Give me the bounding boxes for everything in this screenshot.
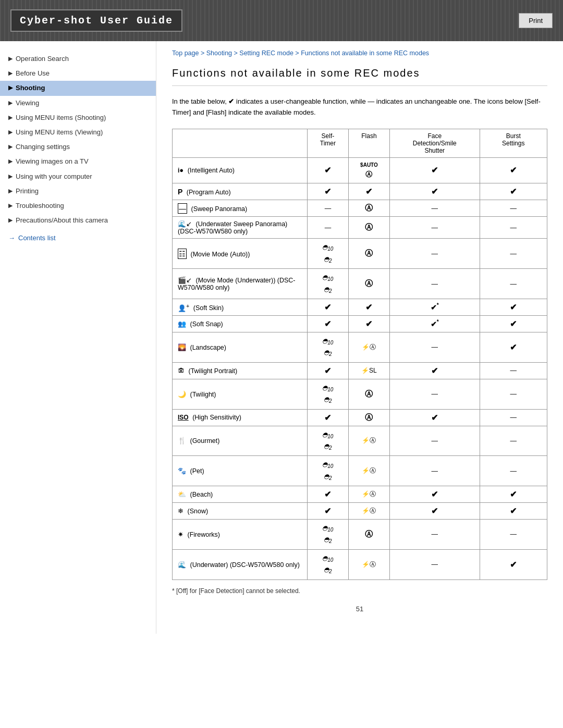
mode-icon-14: ⛅ [178, 491, 186, 498]
self-timer-cell-10: ◓10◓2 [307, 379, 348, 409]
self-timer-cell-15: ✔ [307, 503, 348, 520]
face-cell-11: ✔ [390, 409, 480, 426]
mode-cell-7: 👥 (Soft Snap) [173, 315, 308, 332]
mode-label-16: (Fireworks) [187, 531, 220, 538]
col-header-flash: Flash [348, 129, 389, 157]
mode-icon-13: 🐾 [178, 467, 186, 475]
self-timer-cell-1: ✔ [307, 183, 348, 200]
breadcrumb-top[interactable]: Top page [172, 50, 199, 57]
burst-cell-8: ✔ [480, 332, 547, 362]
flash-cell-15: ⚡Ⓐ [348, 503, 389, 520]
mode-cell-0: i● (Intelligent Auto) [173, 157, 308, 183]
sidebar-item-10[interactable]: ▶Troubleshooting [0, 199, 156, 213]
mode-label-5: (Movie Mode (Underwater)) (DSC-W570/W580… [178, 277, 296, 291]
flash-cell-4: Ⓐ [348, 239, 389, 269]
sidebar-item-label-6: Changing settings [16, 142, 70, 152]
table-row: ☷ (Movie Mode (Auto)) ◓10◓2 Ⓐ — — [173, 239, 547, 269]
mode-cell-14: ⛅ (Beach) [173, 486, 308, 503]
face-cell-5: — [390, 269, 480, 299]
mode-cell-4: ☷ (Movie Mode (Auto)) [173, 239, 308, 269]
mode-cell-1: P (Program Auto) [173, 183, 308, 200]
table-row: P (Program Auto) ✔ ✔ ✔ ✔ [173, 183, 547, 200]
face-cell-10: — [390, 379, 480, 409]
self-timer-cell-14: ✔ [307, 486, 348, 503]
face-cell-0: ✔ [390, 157, 480, 183]
print-button[interactable]: Print [519, 13, 553, 28]
sidebar-item-7[interactable]: ▶Viewing images on a TV [0, 154, 156, 169]
face-cell-12: — [390, 426, 480, 456]
burst-cell-4: — [480, 239, 547, 269]
mode-cell-3: 🌊↙ (Underwater Sweep Panorama) (DSC-W570… [173, 217, 308, 239]
mode-label-17: (Underwater) (DSC-W570/W580 only) [190, 561, 299, 569]
flash-cell-17: ⚡Ⓐ [348, 549, 389, 579]
mode-label-7: (Soft Snap) [190, 320, 223, 328]
mode-cell-9: 🏚 (Twilight Portrait) [173, 362, 308, 379]
burst-cell-1: ✔ [480, 183, 547, 200]
mode-icon-17: 🌊 [178, 561, 186, 569]
self-timer-cell-2: — [307, 200, 348, 217]
sidebar-arrow-icon-2: ▶ [8, 84, 13, 92]
sidebar-item-2[interactable]: ▶Shooting [0, 81, 156, 95]
mode-icon-0: i● [178, 167, 183, 174]
sidebar-item-4[interactable]: ▶Using MENU items (Shooting) [0, 110, 156, 125]
sidebar-item-8[interactable]: ▶Using with your computer [0, 169, 156, 184]
sidebar-item-11[interactable]: ▶Precautions/About this camera [0, 213, 156, 228]
sidebar-item-label-0: Operation Search [16, 54, 69, 64]
flash-cell-9: ⚡SL [348, 362, 389, 379]
breadcrumb: Top page > Shooting > Setting REC mode >… [172, 50, 547, 57]
mode-icon-5: 🎬↙ [178, 277, 192, 284]
sidebar-item-label-2: Shooting [16, 83, 45, 93]
sidebar-item-9[interactable]: ▶Printing [0, 184, 156, 199]
self-timer-cell-4: ◓10◓2 [307, 239, 348, 269]
sidebar-item-label-11: Precautions/About this camera [16, 216, 108, 225]
mode-icon-16: ✷ [178, 531, 183, 538]
self-timer-cell-7: ✔ [307, 315, 348, 332]
mode-cell-5: 🎬↙ (Movie Mode (Underwater)) (DSC-W570/W… [173, 269, 308, 299]
sidebar-item-1[interactable]: ▶Before Use [0, 66, 156, 81]
mode-cell-16: ✷ (Fireworks) [173, 520, 308, 550]
mode-cell-8: 🌄 (Landscape) [173, 332, 308, 362]
breadcrumb-shooting[interactable]: Shooting [206, 50, 232, 57]
sidebar-item-0[interactable]: ▶Operation Search [0, 52, 156, 66]
mode-icon-2: — [178, 205, 187, 213]
mode-label-14: (Beach) [190, 491, 213, 498]
face-cell-2: — [390, 200, 480, 217]
flash-cell-12: ⚡Ⓐ [348, 426, 389, 456]
self-timer-cell-3: — [307, 217, 348, 239]
breadcrumb-setting-rec[interactable]: Setting REC mode [239, 50, 293, 57]
burst-cell-5: — [480, 269, 547, 299]
mode-label-0: (Intelligent Auto) [188, 167, 235, 174]
sidebar-arrow-icon-10: ▶ [8, 202, 13, 209]
mode-label-1: (Program Auto) [187, 189, 231, 196]
mode-label-13: (Pet) [190, 467, 204, 475]
contents-list-link[interactable]: → Contents list [0, 228, 156, 248]
flash-cell-16: Ⓐ [348, 520, 389, 550]
col-header-burst: BurstSettings [480, 129, 547, 157]
table-row: i● (Intelligent Auto) ✔ $AUTOⒶ ✔ ✔ [173, 157, 547, 183]
table-row: 🌄 (Landscape) ◓10◓2 ⚡Ⓐ — ✔ [173, 332, 547, 362]
col-header-mode [173, 129, 308, 157]
flash-cell-7: ✔ [348, 315, 389, 332]
self-timer-cell-16: ◓10◓2 [307, 520, 348, 550]
mode-icon-9: 🏚 [178, 367, 185, 375]
sidebar-item-5[interactable]: ▶Using MENU items (Viewing) [0, 125, 156, 140]
face-cell-7: ✔* [390, 315, 480, 332]
mode-cell-17: 🌊 (Underwater) (DSC-W570/W580 only) [173, 549, 308, 579]
mode-icon-3: 🌊↙ [178, 220, 192, 228]
burst-cell-16: — [480, 520, 547, 550]
col-header-face: FaceDetection/SmileShutter [390, 129, 480, 157]
sidebar-item-label-5: Using MENU items (Viewing) [16, 128, 103, 137]
table-row: — (Sweep Panorama) — Ⓐ — — [173, 200, 547, 217]
arrow-right-icon: → [8, 234, 15, 242]
sidebar-item-3[interactable]: ▶Viewing [0, 96, 156, 110]
table-row: ❄ (Snow) ✔ ⚡Ⓐ ✔ ✔ [173, 503, 547, 520]
mode-icon-15: ❄ [178, 508, 183, 515]
sidebar-item-6[interactable]: ▶Changing settings [0, 140, 156, 154]
burst-cell-10: — [480, 379, 547, 409]
flash-cell-2: Ⓐ [348, 200, 389, 217]
sidebar: ▶Operation Search▶Before Use▶Shooting▶Vi… [0, 41, 156, 634]
table-row: 🏚 (Twilight Portrait) ✔ ⚡SL ✔ — [173, 362, 547, 379]
face-cell-13: — [390, 456, 480, 486]
sidebar-item-label-8: Using with your computer [16, 172, 92, 181]
burst-cell-12: — [480, 426, 547, 456]
